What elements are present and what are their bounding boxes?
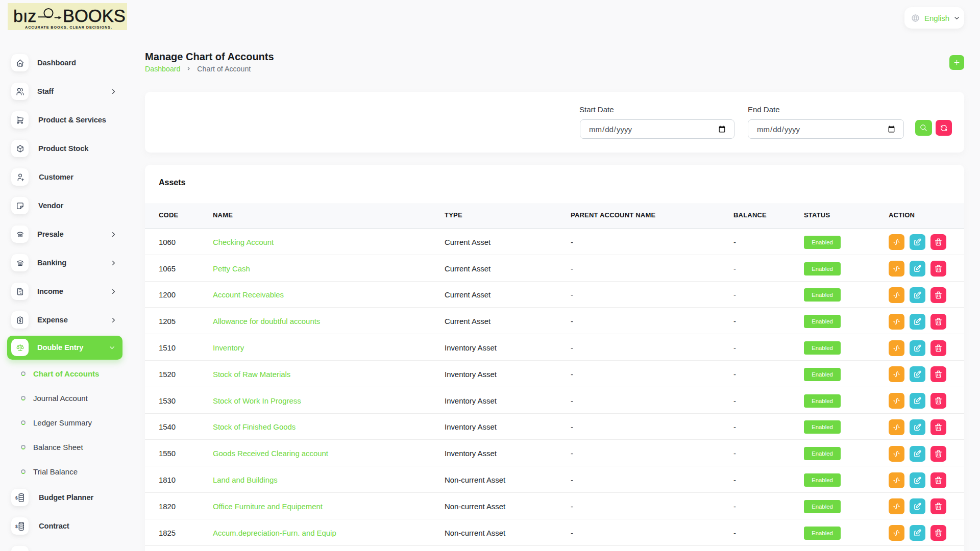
svg-text:BOOKS: BOOKS — [63, 6, 126, 26]
svg-text:$: $ — [15, 495, 18, 500]
svg-text:bız: bız — [13, 6, 36, 26]
svg-text:ACCURATE BOOKS, CLEAR DECISION: ACCURATE BOOKS, CLEAR DECISIONS. — [25, 25, 112, 30]
svg-text:$: $ — [15, 523, 18, 529]
